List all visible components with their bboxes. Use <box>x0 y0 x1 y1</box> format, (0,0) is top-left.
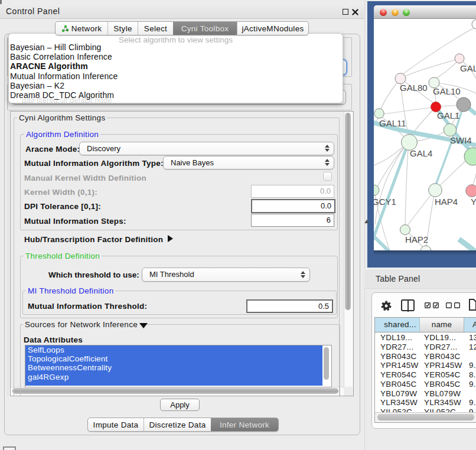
svg-text:GAL1: GAL1 <box>437 110 459 120</box>
svg-text:SWI4: SWI4 <box>450 135 472 145</box>
svg-text:GAL4: GAL4 <box>410 148 432 158</box>
svg-text:HAP2: HAP2 <box>405 234 428 244</box>
svg-text:HAP4: HAP4 <box>435 197 458 207</box>
svg-text:YM: YM <box>471 197 476 207</box>
svg-text:GAL80: GAL80 <box>400 83 428 93</box>
svg-text:GAL7: GAL7 <box>460 63 476 73</box>
svg-text:GCY1: GCY1 <box>374 197 396 207</box>
svg-text:GAL11: GAL11 <box>379 118 406 128</box>
svg-text:GAL10: GAL10 <box>433 86 461 96</box>
